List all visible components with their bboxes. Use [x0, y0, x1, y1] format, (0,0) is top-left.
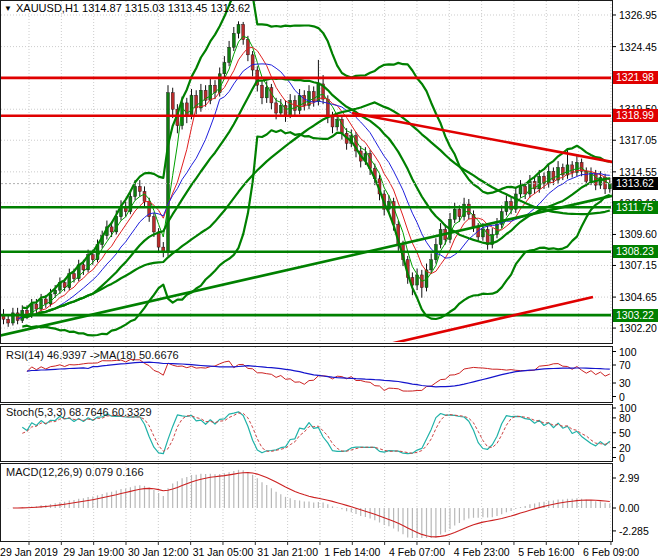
level-price-badge: 1303.22: [613, 309, 658, 322]
stoch-scale-tick: 80: [619, 412, 631, 424]
date-label: 29 Jan 2019: [0, 546, 58, 558]
rsi-indicator-label: RSI(14) 46.9397 ->MA(18) 50.6676: [6, 349, 179, 361]
symbol-dropdown-icon[interactable]: ▼: [4, 4, 12, 13]
rsi-scale-tick: 30: [619, 377, 631, 389]
price-tick: 1324.45: [619, 41, 657, 53]
current-price-badge: 1313.62: [613, 177, 658, 190]
chart-window: ▼ XAUUSD,H1 1314.87 1315.03 1313.45 1313…: [0, 0, 660, 560]
rsi-scale-tick: 100: [619, 346, 637, 358]
date-label: 4 Feb 23:00: [454, 546, 510, 558]
date-label: 4 Feb 07:00: [389, 546, 445, 558]
rsi-scale-tick: 70: [619, 359, 631, 371]
date-label: 6 Feb 09:00: [583, 546, 639, 558]
macd-scale-tick: 2.99: [619, 472, 639, 484]
price-tick: 1304.65: [619, 291, 657, 303]
price-tick: 1302.20: [619, 322, 657, 334]
rsi-scale-tick: 0: [619, 391, 625, 403]
level-price-badge: 1308.23: [613, 245, 658, 258]
price-tick: 1307.15: [619, 259, 657, 271]
level-price-badge: 1318.99: [613, 109, 658, 122]
price-tick: 1326.95: [619, 9, 657, 21]
price-tick: 1317.05: [619, 134, 657, 146]
date-label: 31 Jan 05:00: [193, 546, 254, 558]
level-price-badge: 1311.75: [613, 201, 658, 214]
macd-scale-tick: -2.285: [619, 525, 649, 537]
macd-indicator-label: MACD(12,26,9) 0.079 0.166: [6, 466, 144, 478]
date-label: 1 Feb 14:00: [324, 546, 380, 558]
stoch-scale-tick: 50: [619, 427, 631, 439]
date-label: 31 Jan 21:00: [257, 546, 318, 558]
chart-title-ohlc: XAUUSD,H1 1314.87 1315.03 1313.45 1313.6…: [16, 2, 250, 14]
macd-scale-tick: 0.00: [619, 502, 639, 514]
date-label: 30 Jan 12:00: [128, 546, 189, 558]
price-tick: 1309.60: [619, 228, 657, 240]
stoch-indicator-label: Stoch(5,3,3) 68.7646 60.3329: [6, 406, 152, 418]
date-label: 29 Jan 19:00: [63, 546, 124, 558]
level-price-badge: 1321.98: [613, 71, 658, 84]
main-chart-panel[interactable]: [0, 0, 613, 344]
stoch-scale-tick: 0: [619, 452, 625, 464]
date-label: 5 Feb 16:00: [518, 546, 574, 558]
price-tick: 1314.55: [619, 166, 657, 178]
